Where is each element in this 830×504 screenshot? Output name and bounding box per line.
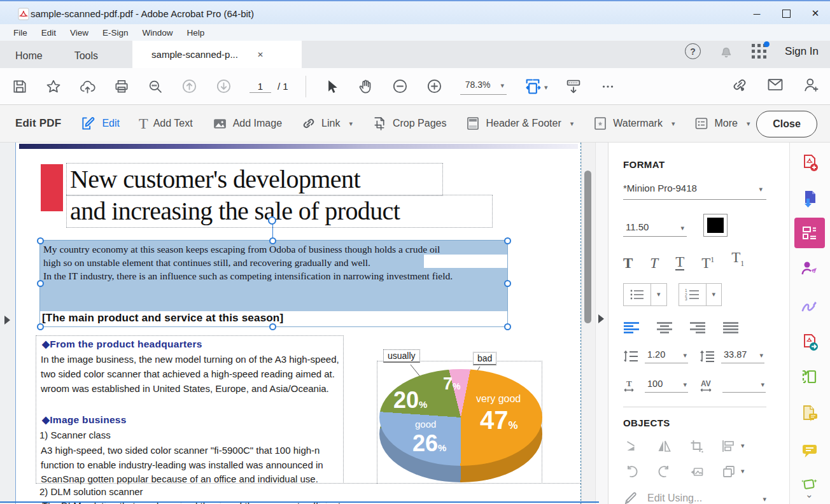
more-tools-icon[interactable] [600, 78, 616, 95]
selection-handle-w[interactable] [37, 280, 44, 287]
rail-more-chevron-icon[interactable]: ⌄ [805, 489, 813, 500]
rail-fill-and-sign-button[interactable] [794, 290, 825, 321]
star-icon[interactable] [45, 78, 62, 95]
selection-handle-ne[interactable] [504, 237, 511, 244]
notifications-bell-icon[interactable] [719, 44, 734, 59]
col-body1-line2[interactable]: two sided color scanner that achieved a … [41, 368, 335, 379]
superscript-button[interactable]: T1 [701, 253, 714, 270]
sign-in-button[interactable]: Sign In [785, 45, 819, 58]
flip-horizontal-button[interactable] [656, 438, 673, 454]
rail-organize-pages-button[interactable] [794, 361, 825, 392]
edit-using-dropdown[interactable]: Edit Using... [623, 491, 766, 504]
menu-window[interactable]: Window [137, 26, 179, 39]
line-spacing-dropdown[interactable]: 1.20 [645, 349, 688, 363]
character-spacing-dropdown[interactable] [722, 379, 766, 393]
col-body2-line1[interactable]: A3 high-speed, two sided color scanner "… [41, 445, 320, 456]
left-panel-toggle-icon[interactable] [4, 316, 10, 325]
arrange-objects-button[interactable] [721, 464, 745, 479]
close-edit-pdf-button[interactable]: Close [756, 111, 817, 137]
link-button[interactable]: Link [301, 116, 353, 131]
paragraph-spacing-dropdown[interactable]: 33.87 [721, 349, 764, 363]
menu-help[interactable]: Help [181, 26, 211, 39]
bullet-list-button[interactable] [623, 283, 667, 306]
hand-tool-icon[interactable] [357, 78, 374, 95]
rail-comment-button[interactable] [794, 435, 825, 466]
zoom-out-icon[interactable] [391, 78, 409, 95]
watermark-button[interactable]: Watermark [593, 116, 675, 131]
font-size-dropdown[interactable]: 11.50 [623, 221, 687, 237]
menu-edit[interactable]: Edit [36, 26, 62, 39]
right-panel-toggle-icon[interactable] [598, 314, 604, 323]
share-person-icon[interactable] [802, 76, 820, 94]
close-window-button[interactable]: ✕ [801, 3, 830, 24]
minimize-button[interactable]: ─ [742, 3, 771, 24]
menu-file[interactable]: File [8, 26, 33, 39]
doc-title-line1[interactable]: New customer's development [70, 164, 360, 195]
more-button[interactable]: More [694, 116, 750, 131]
pie-chart[interactable]: 7% very good 47% 20% good 26% [379, 369, 542, 482]
fit-options-caret-icon[interactable] [544, 81, 548, 92]
select-tool-icon[interactable] [323, 78, 340, 95]
upload-cloud-icon[interactable] [79, 78, 96, 95]
bold-button[interactable]: T [623, 256, 633, 270]
replace-image-button[interactable] [688, 464, 705, 479]
selection-handle-se[interactable] [504, 323, 511, 330]
maximize-button[interactable] [771, 3, 801, 24]
vertical-scrollbar-thumb[interactable] [584, 171, 591, 323]
col-body2-line2[interactable]: function to enable industry-leading was … [41, 459, 323, 470]
tab-tools[interactable]: Tools [63, 44, 109, 68]
rail-export-pdf-button[interactable] [794, 183, 825, 214]
align-center-button[interactable] [656, 321, 673, 334]
col-body1-line3[interactable]: wroom was established in United States, … [41, 383, 329, 394]
tab-home[interactable]: Home [4, 44, 54, 68]
selection-handle-nw[interactable] [37, 237, 44, 244]
align-justify-button[interactable] [722, 321, 739, 334]
tab-document[interactable]: sample-scanned-p... [132, 41, 302, 68]
email-icon[interactable] [766, 76, 784, 94]
selected-text-box[interactable]: My country economy at this season keeps … [40, 241, 507, 326]
save-icon[interactable] [11, 78, 28, 95]
col-sub2[interactable]: 2) DLM solution scanner [39, 486, 143, 497]
align-right-button[interactable] [689, 321, 706, 334]
app-grid-icon[interactable] [752, 44, 767, 59]
doc-title-line2[interactable]: and increasing the sale of product [70, 196, 400, 227]
font-family-dropdown[interactable]: *Minion Pro-9418 [623, 183, 766, 200]
underline-button[interactable]: T [675, 255, 684, 270]
crop-object-button[interactable] [688, 438, 705, 454]
print-icon[interactable] [113, 78, 130, 95]
horizontal-scale-dropdown[interactable]: 100 [645, 379, 688, 393]
selection-handle-sw[interactable] [37, 323, 44, 330]
selection-handle-n[interactable] [269, 237, 276, 244]
subscript-button[interactable]: T1 [731, 251, 744, 270]
bullet-list-caret-icon[interactable] [651, 284, 666, 305]
font-color-swatch[interactable] [703, 214, 728, 237]
next-page-icon[interactable] [215, 78, 232, 95]
fit-width-icon[interactable] [524, 78, 542, 95]
rail-request-signatures-button[interactable] [794, 253, 825, 284]
col-sub1[interactable]: 1) Scanner class [39, 430, 111, 440]
zoom-in-icon[interactable] [426, 78, 443, 95]
selection-handle-s[interactable] [269, 323, 276, 330]
hide-toolbar-icon[interactable] [565, 78, 582, 95]
rotate-ccw-button[interactable] [623, 464, 640, 479]
flip-vertical-button[interactable] [623, 438, 640, 454]
previous-page-icon[interactable] [181, 78, 198, 95]
help-icon[interactable]: ? [685, 43, 701, 59]
rail-edit-pdf-button[interactable] [794, 218, 825, 248]
rail-document-comment-button[interactable] [794, 398, 825, 429]
align-objects-button[interactable] [721, 438, 745, 454]
col-heading-2[interactable]: ◆Image business [42, 414, 127, 426]
col-heading-1[interactable]: ◆From the product headquarters [42, 339, 202, 350]
numbered-list-button[interactable]: 123 [679, 283, 722, 306]
edit-tool-button[interactable]: Edit [80, 115, 120, 132]
align-left-button[interactable] [623, 321, 640, 334]
zoom-level-dropdown[interactable]: 78.3% [460, 78, 507, 95]
col-body1-line1[interactable]: In the image business, the new model tur… [41, 354, 339, 365]
page-number-input[interactable] [250, 80, 271, 93]
add-image-button[interactable]: Add Image [212, 116, 282, 132]
italic-button[interactable]: T [650, 256, 658, 270]
search-icon[interactable] [147, 78, 164, 95]
tab-close-icon[interactable] [255, 49, 266, 60]
rail-send-for-review-button[interactable] [794, 327, 825, 358]
selection-handle-e[interactable] [504, 280, 511, 287]
